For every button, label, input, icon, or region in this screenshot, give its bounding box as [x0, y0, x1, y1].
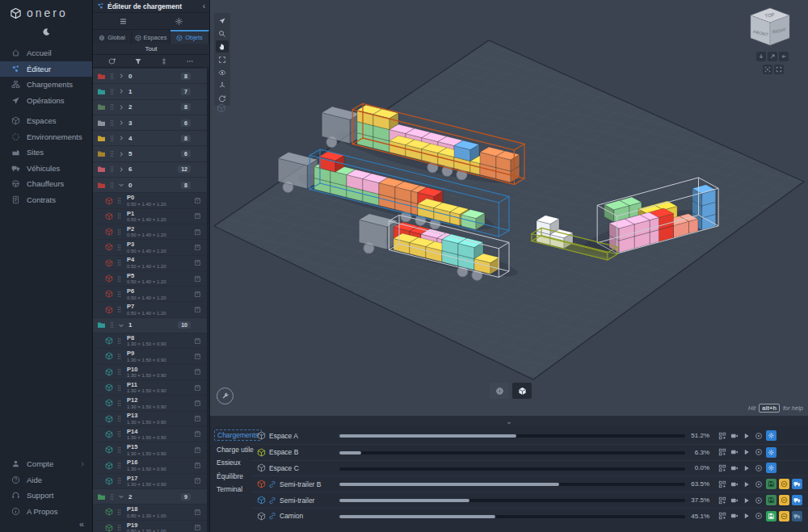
save-button[interactable]: [766, 479, 776, 489]
vehicle-button[interactable]: [792, 495, 802, 505]
unload-button[interactable]: [779, 495, 789, 505]
save-button[interactable]: [766, 511, 776, 522]
frame-all-button[interactable]: [774, 65, 784, 74]
play-button[interactable]: [742, 431, 751, 441]
view-cube[interactable]: TOP FRONT RIGHT: [746, 5, 794, 50]
tree-item-row[interactable]: P121.30 × 1.50 × 0.90: [93, 396, 207, 410]
grid-add-button[interactable]: [718, 447, 727, 457]
select-tool-button[interactable]: [216, 15, 229, 27]
camera-button[interactable]: [730, 431, 739, 441]
zoom-select-tool-button[interactable]: [216, 27, 229, 40]
camera-button[interactable]: [730, 463, 739, 473]
tree-item-row[interactable]: P10.50 × 1.40 × 1.20: [93, 209, 207, 224]
play-button[interactable]: [742, 480, 751, 489]
grid-add-button[interactable]: [718, 431, 727, 441]
tree-item-row[interactable]: P131.30 × 1.50 × 0.90: [93, 412, 207, 426]
collapse-all-button[interactable]: [160, 54, 168, 69]
grid-add-button[interactable]: [718, 480, 727, 489]
solid-view-button[interactable]: [512, 383, 532, 399]
space-settings-button[interactable]: [766, 447, 776, 458]
camera-button[interactable]: [730, 447, 739, 457]
tree-item-row[interactable]: P70.50 × 1.40 × 1.20: [93, 302, 207, 316]
tree-item-row[interactable]: P91.30 × 1.50 × 0.90: [93, 349, 207, 363]
tree-item-row[interactable]: P00.50 × 1.40 × 1.20: [93, 193, 207, 207]
tree-item-row[interactable]: P141.30 × 1.50 × 0.90: [93, 427, 207, 442]
view-pivot-button[interactable]: [768, 52, 777, 61]
tab-terminal[interactable]: Terminal: [214, 484, 245, 494]
ghost-cube-button[interactable]: [217, 102, 226, 116]
sidebar-item-espaces[interactable]: Espaces: [0, 113, 92, 129]
play-button[interactable]: [742, 511, 751, 521]
camera-button[interactable]: [730, 511, 739, 521]
space-settings-button[interactable]: [766, 463, 776, 473]
vehicle-button[interactable]: [792, 479, 802, 489]
filter-button[interactable]: [134, 54, 142, 69]
tree-item-row[interactable]: P111.30 × 1.50 × 0.90: [93, 380, 207, 395]
tree-item-row[interactable]: P30.50 × 1.40 × 1.20: [93, 240, 207, 254]
save-button[interactable]: [766, 495, 776, 505]
camera-button[interactable]: [730, 496, 739, 505]
sidebar-item-vehicules[interactable]: Véhicules: [0, 161, 92, 177]
tree-item-row[interactable]: P180.80 × 1.30 × 1.00: [93, 505, 207, 519]
sidebar-item-support[interactable]: Support: [0, 488, 92, 504]
tree-item-row[interactable]: P81.30 × 1.50 × 0.90: [93, 333, 207, 348]
tab-espaces[interactable]: Espaces: [132, 30, 170, 44]
sidebar-item-chargements[interactable]: Chargements: [0, 77, 92, 93]
gear-icon[interactable]: [175, 17, 183, 26]
sidebar-item-editeur[interactable]: Éditeur: [0, 61, 92, 77]
grid-add-button[interactable]: [718, 496, 727, 505]
group-row[interactable]: 110: [93, 318, 207, 333]
tree-item-row[interactable]: P161.30 × 1.50 × 0.90: [93, 458, 207, 472]
tab-equilibre[interactable]: Équilibre: [214, 471, 246, 481]
focus-button[interactable]: [754, 447, 764, 457]
sidebar-item-chauffeurs[interactable]: Chauffeurs: [0, 176, 92, 192]
tree-scrollbar[interactable]: [207, 69, 209, 532]
grid-add-button[interactable]: [718, 463, 727, 473]
scene-tools-button[interactable]: [217, 387, 234, 404]
camera-button[interactable]: [730, 480, 739, 489]
sidebar-item-sites[interactable]: Sites: [0, 145, 92, 161]
tree-item-row[interactable]: P190.80 × 1.30 × 1.00: [93, 521, 207, 532]
space-settings-button[interactable]: [766, 430, 776, 441]
focus-button[interactable]: [754, 431, 764, 441]
group-row[interactable]: 36: [93, 115, 207, 130]
tab-essieux[interactable]: Essieux: [214, 458, 243, 467]
dark-mode-toggle[interactable]: [42, 24, 51, 39]
tab-global[interactable]: Global: [93, 30, 132, 44]
pan-tool-button[interactable]: [216, 40, 229, 52]
sidebar-collapse-button[interactable]: «: [0, 519, 92, 532]
menu-icon[interactable]: [119, 17, 128, 26]
sidebar-item-compte[interactable]: Compte: [0, 456, 92, 472]
sidebar-item-environnements[interactable]: Environnements: [0, 129, 92, 145]
tree-item-row[interactable]: P151.30 × 1.50 × 0.90: [93, 442, 207, 457]
unload-button[interactable]: [779, 511, 789, 522]
fit-view-button[interactable]: [216, 53, 229, 65]
scene-3d-canvas[interactable]: [210, 0, 808, 416]
tree-item-row[interactable]: P101.30 × 1.50 × 0.90: [93, 365, 207, 379]
view-down-button[interactable]: [756, 52, 766, 61]
sidebar-item-operations[interactable]: Opérations: [0, 93, 92, 109]
frame-selection-button[interactable]: [763, 65, 772, 74]
group-row[interactable]: 08: [93, 69, 207, 83]
play-button[interactable]: [742, 496, 751, 505]
tree-item-row[interactable]: P40.50 × 1.40 × 1.20: [93, 256, 207, 270]
group-row[interactable]: 56: [93, 146, 207, 161]
play-button[interactable]: [742, 463, 751, 473]
group-row[interactable]: 08: [93, 178, 207, 192]
focus-button[interactable]: [754, 480, 764, 489]
tree-item-row[interactable]: P60.50 × 1.40 × 1.20: [93, 287, 207, 301]
more-options-button[interactable]: [186, 54, 194, 69]
group-row[interactable]: 17: [93, 84, 207, 98]
play-button[interactable]: [742, 447, 751, 457]
sidebar-item-aide[interactable]: Aide: [0, 472, 92, 488]
bottom-panel-collapse-bar[interactable]: ⌄: [210, 416, 808, 426]
gizmo-tool-button[interactable]: [216, 79, 229, 91]
group-row[interactable]: 48: [93, 131, 207, 145]
focus-button[interactable]: [754, 511, 764, 521]
sidebar-item-accueil[interactable]: Accueil: [0, 45, 92, 61]
sidebar-item-a-propos[interactable]: A Propos: [0, 504, 92, 520]
group-row[interactable]: 29: [93, 489, 207, 504]
unload-button[interactable]: [779, 479, 789, 489]
group-row[interactable]: 28: [93, 100, 207, 115]
tree-item-row[interactable]: P20.50 × 1.40 × 1.20: [93, 224, 207, 239]
